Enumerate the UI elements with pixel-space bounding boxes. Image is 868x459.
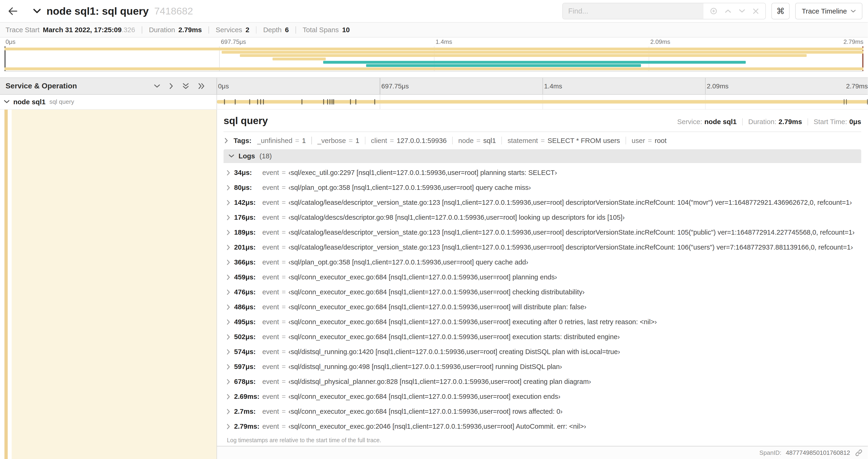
locate-icon[interactable] xyxy=(710,7,717,15)
find-input[interactable] xyxy=(568,7,698,15)
log-marker xyxy=(302,99,302,105)
keyboard-shortcuts-button[interactable]: ⌘ xyxy=(771,3,789,19)
selected-span-highlight xyxy=(12,110,217,459)
log-timestamp: 80μs: xyxy=(234,184,262,192)
chevron-right-icon xyxy=(227,170,230,176)
trace-id: 7418682 xyxy=(154,5,193,17)
chevron-up-icon[interactable] xyxy=(725,9,731,13)
log-marker xyxy=(257,99,258,105)
find-controls xyxy=(704,7,766,15)
tag-value: root xyxy=(655,137,666,144)
chevron-right-icon xyxy=(227,349,230,355)
expand-all-icon[interactable] xyxy=(198,83,205,89)
log-row[interactable]: 502μs: event = ‹sql/conn_executor_exec.g… xyxy=(227,330,861,345)
logs-accordion-header[interactable]: Logs (18) xyxy=(223,149,861,163)
log-field-key: event xyxy=(262,288,279,296)
tag-key: _unfinished xyxy=(257,137,292,144)
deep-link-icon[interactable] xyxy=(855,449,862,456)
log-timestamp: 2.7ms: xyxy=(234,408,262,415)
tag-value: 1 xyxy=(302,137,306,144)
minimap-tick-label: 2.09ms xyxy=(650,38,670,45)
tags-accordion[interactable]: Tags: _unfinished = 1 _verbose = 1 clien… xyxy=(223,132,861,149)
log-row[interactable]: 2.69ms: event = ‹sql/conn_executor_exec.… xyxy=(227,389,861,404)
log-field-value: ‹sql/conn_executor_exec.go:684 [nsql1,cl… xyxy=(288,318,657,326)
span-detail-footer: SpanID: 4877749850101760812 xyxy=(217,447,868,459)
log-equals: = xyxy=(282,229,286,236)
log-marker xyxy=(374,99,375,105)
log-row[interactable]: 189μs: event = ‹sql/catalog/lease/descri… xyxy=(227,225,861,240)
back-button[interactable] xyxy=(0,0,25,22)
ruler-tick-label: 0μs xyxy=(218,82,229,90)
tags-list: _unfinished = 1 _verbose = 1 client = 12… xyxy=(257,137,666,144)
log-timestamp: 142μs: xyxy=(234,199,262,206)
tag-divider xyxy=(365,137,365,144)
trace-view-dropdown[interactable]: Trace Timeline xyxy=(795,3,862,19)
log-row[interactable]: 2.79ms: event = ‹sql/conn_executor_exec.… xyxy=(227,419,861,434)
log-timestamp: 2.79ms: xyxy=(234,423,262,430)
minimap-span-bar xyxy=(4,47,863,51)
log-field-value: ‹sql/distsql_running.go:1420 [nsql1,clie… xyxy=(288,348,620,356)
trace-stat: Services2 xyxy=(216,26,249,34)
ruler-tick-label: 2.79ms xyxy=(846,82,868,90)
log-row[interactable]: 80μs: event = ‹sql/plan_opt.go:358 [nsql… xyxy=(227,180,861,195)
log-row[interactable]: 366μs: event = ‹sql/plan_opt.go:358 [nsq… xyxy=(227,255,861,270)
log-field-value: ‹sql/plan_opt.go:358 [nsql1,client=127.0… xyxy=(288,184,531,192)
log-timestamp: 678μs: xyxy=(234,378,262,386)
minimap-tick-label: 1.4ms xyxy=(436,38,452,45)
chevron-right-icon xyxy=(227,394,230,399)
stat-value: March 31 2022, 17:25:09 xyxy=(43,26,122,34)
log-row[interactable]: 142μs: event = ‹sql/catalog/lease/descri… xyxy=(227,195,861,210)
log-marker xyxy=(327,99,328,105)
log-equals: = xyxy=(282,169,286,176)
span-detail-right: sql query Service:node sql1 Duration:2.7… xyxy=(217,110,868,459)
log-timestamp: 189μs: xyxy=(234,229,262,236)
log-row[interactable]: 476μs: event = ‹sql/conn_executor_exec.g… xyxy=(227,285,861,300)
span-duration-bar[interactable] xyxy=(217,100,868,103)
chevron-right-icon xyxy=(227,364,230,370)
expand-one-icon[interactable] xyxy=(169,83,174,89)
minimap-tick-label: 0μs xyxy=(6,38,16,45)
log-row[interactable]: 574μs: event = ‹sql/distsql_running.go:1… xyxy=(227,345,861,359)
chevron-right-icon xyxy=(227,215,230,220)
minimap-graph[interactable] xyxy=(4,46,863,71)
minimap-time-labels: 0μs 697.75μs 1.4ms 2.09ms 2.79ms xyxy=(4,38,863,46)
log-field-key: event xyxy=(262,229,279,236)
log-row[interactable]: 678μs: event = ‹sql/distsql_physical_pla… xyxy=(227,374,861,389)
span-row-label[interactable]: node sql1 sql query xyxy=(0,95,217,109)
log-row[interactable]: 597μs: event = ‹sql/distsql_running.go:4… xyxy=(227,359,861,374)
log-row[interactable]: 486μs: event = ‹sql/conn_executor_exec.g… xyxy=(227,300,861,315)
close-icon[interactable] xyxy=(753,8,759,14)
span-detail-header: sql query Service:node sql1 Duration:2.7… xyxy=(223,115,861,126)
minimap-span-bar xyxy=(222,51,863,54)
log-timestamp: 597μs: xyxy=(234,363,262,371)
chevron-down-icon[interactable] xyxy=(739,9,745,13)
trace-collapse-chevron-icon[interactable] xyxy=(33,9,41,13)
chevron-right-icon xyxy=(227,424,230,429)
log-marker xyxy=(846,99,847,105)
trace-stat: Duration2.79ms xyxy=(149,26,202,34)
log-equals: = xyxy=(282,393,286,400)
log-row[interactable]: 2.7ms: event = ‹sql/conn_executor_exec.g… xyxy=(227,404,861,419)
log-row[interactable]: 34μs: event = ‹sql/exec_util.go:2297 [ns… xyxy=(227,165,861,180)
log-marker xyxy=(867,99,868,105)
stat-label: Duration xyxy=(149,26,175,34)
tag-value: 1 xyxy=(355,137,359,144)
log-row[interactable]: 459μs: event = ‹sql/conn_executor_exec.g… xyxy=(227,270,861,285)
log-field-value: ‹sql/conn_executor_exec.go:684 [nsql1,cl… xyxy=(288,393,560,400)
log-row[interactable]: 176μs: event = ‹sql/catalog/descs/descri… xyxy=(227,210,861,225)
collapse-one-icon[interactable] xyxy=(154,84,160,88)
trace-title: node sql1: sql query xyxy=(46,5,149,17)
span-service-name: node sql1 xyxy=(13,98,45,106)
log-equals: = xyxy=(282,378,286,386)
logs-count: (18) xyxy=(259,152,272,160)
trace-minimap: 0μs 697.75μs 1.4ms 2.09ms 2.79ms xyxy=(0,38,868,72)
log-row[interactable]: 495μs: event = ‹sql/conn_executor_exec.g… xyxy=(227,315,861,330)
log-field-value: ‹sql/conn_executor_exec.go:684 [nsql1,cl… xyxy=(288,288,585,296)
span-bar-track[interactable] xyxy=(217,95,868,109)
log-row[interactable]: 201μs: event = ‹sql/catalog/lease/descri… xyxy=(227,240,861,255)
logs-footnote: Log timestamps are relative to the start… xyxy=(223,434,861,447)
collapse-all-icon[interactable] xyxy=(183,83,189,89)
chevron-down-icon[interactable] xyxy=(4,100,9,103)
chevron-right-icon xyxy=(227,274,230,280)
minimap-span-bar xyxy=(323,61,746,64)
